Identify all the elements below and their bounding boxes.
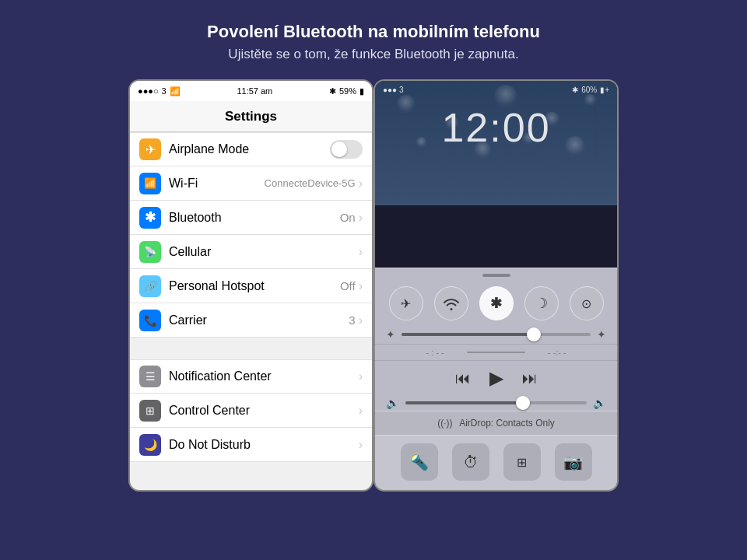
prev-btn[interactable]: ⏮: [455, 369, 471, 387]
cc-bt-icon: ✱: [572, 86, 578, 94]
hotspot-right: Off ›: [340, 279, 363, 293]
timer-btn[interactable]: ⏱: [452, 443, 489, 481]
dnd-chevron: ›: [359, 438, 363, 452]
settings-item-bluetooth[interactable]: ✱ Bluetooth On ›: [130, 201, 372, 235]
cc-media-row: - : - - - -:- -: [375, 344, 617, 361]
airdrop-label: AirDrop: Contacts Only: [459, 418, 555, 429]
volume-slider-row: 🔈 🔊: [375, 395, 617, 411]
media-left-dashes: - : - -: [406, 348, 464, 357]
cc-bottom-row: 🔦 ⏱ ⊞ 📷: [375, 435, 617, 490]
page-title: Povolení Bluetooth na mobilním telefonu: [207, 22, 540, 42]
cc-signal: ●●● 3: [383, 86, 403, 94]
page-subtitle: Ujistěte se o tom, že funkce Bluetooth j…: [207, 47, 540, 62]
camera-btn[interactable]: 📷: [555, 443, 592, 481]
bluetooth-label: Bluetooth: [169, 211, 332, 225]
cc-status-bar: ●●● 3 ✱ 60% ▮+: [375, 81, 617, 98]
settings-item-airplane[interactable]: ✈ Airplane Mode: [130, 132, 372, 166]
cellular-chevron: ›: [359, 245, 363, 259]
flashlight-btn[interactable]: 🔦: [401, 443, 438, 481]
settings-separator: [130, 338, 372, 359]
battery-label: 59%: [339, 86, 356, 96]
settings-item-dnd[interactable]: 🌙 Do Not Disturb ›: [130, 428, 372, 462]
airplane-label: Airplane Mode: [169, 142, 322, 156]
wifi-right: ConnecteDevice-5G ›: [265, 177, 363, 191]
brightness-high-icon: ✦: [597, 328, 606, 341]
cc-battery-icon: ▮+: [600, 86, 609, 94]
volume-track[interactable]: [405, 401, 587, 404]
battery-icon: ▮: [359, 86, 364, 96]
volume-low-icon: 🔈: [386, 397, 399, 409]
cc-moon-btn[interactable]: ☽: [524, 286, 559, 320]
play-btn[interactable]: ▶: [489, 367, 503, 389]
cc-lock-btn[interactable]: ⊙: [570, 286, 604, 320]
carrier-settings-icon: 📞: [139, 310, 161, 331]
bluetooth-chevron: ›: [359, 211, 363, 225]
wifi-settings-icon: 📶: [139, 173, 161, 194]
volume-high-icon: 🔊: [593, 397, 606, 409]
cc-airdrop-row[interactable]: ((·)) AirDrop: Contacts Only: [375, 411, 617, 435]
cellular-right: ›: [359, 245, 363, 259]
hotspot-label: Personal Hotspot: [169, 279, 332, 293]
bluetooth-right: On ›: [340, 211, 363, 225]
settings-item-cellular[interactable]: 📡 Cellular ›: [130, 235, 372, 269]
brightness-fill: [402, 333, 534, 336]
settings-item-carrier[interactable]: 📞 Carrier 3 ›: [130, 303, 372, 338]
time-display: 12:00: [375, 104, 617, 151]
notifications-label: Notification Center: [169, 369, 351, 383]
cc-wifi-btn[interactable]: [434, 286, 468, 320]
wifi-value: ConnecteDevice-5G: [265, 177, 356, 189]
settings-section-1: ✈ Airplane Mode 📶 Wi-Fi ConnecteDevice-5…: [130, 132, 372, 338]
notifications-chevron: ›: [359, 369, 363, 383]
swipe-indicator: [482, 274, 510, 277]
carrier-label: 3: [162, 86, 167, 96]
settings-item-notifications[interactable]: ☰ Notification Center ›: [130, 359, 372, 394]
cc-battery: 60%: [581, 86, 597, 94]
airdrop-icon: ((·)): [437, 418, 452, 429]
control-center-chevron: ›: [359, 404, 363, 418]
control-center-label: Control Center: [169, 404, 351, 418]
bluetooth-icon: ✱: [139, 207, 161, 229]
brightness-track[interactable]: [402, 333, 591, 336]
airplane-right: [330, 140, 363, 159]
settings-item-control-center[interactable]: ⊞ Control Center ›: [130, 394, 372, 428]
cc-playback-row: ⏮ ▶ ⏭: [375, 361, 617, 395]
wifi-chevron: ›: [359, 177, 363, 191]
bt-status-icon: ✱: [329, 86, 336, 96]
notifications-icon: ☰: [139, 366, 161, 387]
cellular-label: Cellular: [169, 245, 351, 259]
hotspot-value: Off: [340, 279, 356, 292]
status-time: 11:57 am: [237, 86, 272, 96]
carrier-right: 3 ›: [349, 313, 363, 327]
cellular-icon: 📡: [139, 241, 161, 263]
brightness-thumb[interactable]: [527, 327, 541, 341]
status-bar-left: ●●●○ 3 📶 11:57 am ✱ 59% ▮: [130, 81, 372, 101]
next-btn[interactable]: ⏭: [522, 369, 538, 387]
settings-item-wifi[interactable]: 📶 Wi-Fi ConnecteDevice-5G ›: [130, 166, 372, 201]
signal-icon: ●●●○: [138, 86, 159, 96]
brightness-slider-row: ✦ ✦: [375, 325, 617, 344]
dnd-icon: 🌙: [139, 434, 161, 456]
nav-title: Settings: [225, 109, 277, 124]
status-left: ●●●○ 3 📶: [138, 86, 181, 96]
dnd-right: ›: [359, 438, 363, 452]
carrier-value: 3: [349, 313, 355, 327]
bluetooth-value: On: [340, 211, 356, 224]
cc-airplane-btn[interactable]: ✈: [389, 286, 423, 320]
volume-fill: [405, 401, 523, 404]
media-progress-line[interactable]: [467, 352, 524, 353]
settings-item-hotspot[interactable]: 🔗 Personal Hotspot Off ›: [130, 269, 372, 303]
title-area: Povolení Bluetooth na mobilním telefonu …: [207, 22, 540, 62]
carrier-label-settings: Carrier: [169, 313, 341, 327]
phone-right: ●●● 3 ✱ 60% ▮+ 12:00 ✈: [374, 79, 619, 492]
phones-container: ●●●○ 3 📶 11:57 am ✱ 59% ▮ Settings ✈ Air…: [128, 79, 619, 492]
control-center-right: ›: [359, 404, 363, 418]
phone-left: ●●●○ 3 📶 11:57 am ✱ 59% ▮ Settings ✈ Air…: [128, 79, 374, 492]
notifications-right: ›: [359, 369, 363, 383]
volume-thumb[interactable]: [516, 396, 530, 410]
airplane-toggle[interactable]: [330, 140, 363, 159]
calculator-btn[interactable]: ⊞: [503, 443, 541, 481]
wifi-icon: 📶: [170, 86, 181, 96]
settings-section-2: ☰ Notification Center › ⊞ Control Center…: [130, 359, 372, 462]
cc-bluetooth-btn[interactable]: ✱: [479, 286, 514, 320]
media-right-dashes: - -:- -: [528, 348, 586, 357]
